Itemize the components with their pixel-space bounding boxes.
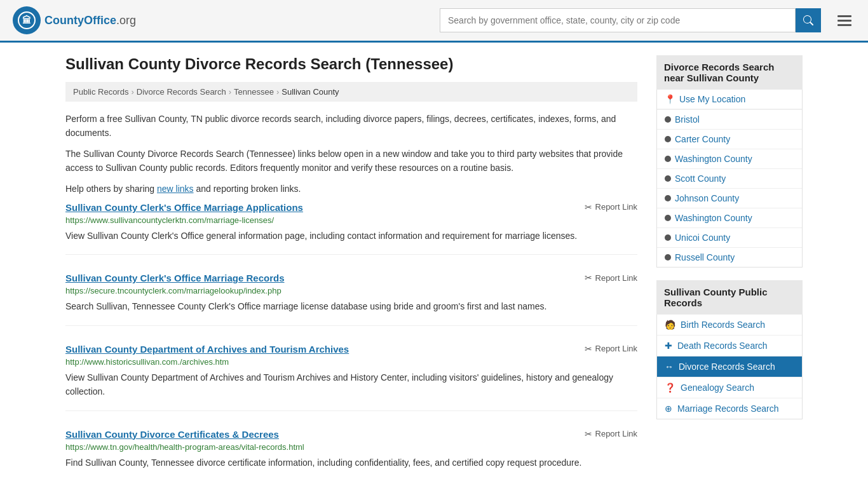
public-records-list: 🧑 Birth Records Search ✚ Death Records S… bbox=[656, 315, 803, 419]
arrows-icon: ↔ bbox=[665, 362, 674, 372]
nearby-item[interactable]: Unicoi County bbox=[657, 228, 802, 248]
nearby-label: Russell County bbox=[675, 252, 735, 262]
nearby-link-scott[interactable]: Scott County bbox=[657, 169, 802, 188]
results-list: Sullivan County Clerk's Office Marriage … bbox=[65, 202, 637, 481]
death-records-link[interactable]: ✚ Death Records Search bbox=[657, 336, 802, 356]
nearby-link-washington2[interactable]: Washington County bbox=[657, 208, 802, 227]
search-input[interactable] bbox=[440, 8, 796, 32]
genealogy-label: Genealogy Search bbox=[681, 383, 754, 393]
question-icon: ❓ bbox=[665, 383, 675, 393]
breadcrumb-tennessee[interactable]: Tennessee bbox=[234, 87, 274, 97]
site-header: 🏛 CountyOffice.org bbox=[0, 0, 868, 43]
breadcrumb: Public Records › Divorce Records Search … bbox=[65, 82, 637, 102]
nearby-label: Scott County bbox=[675, 173, 726, 184]
result-url[interactable]: https://www.sullivancountyclerktn.com/ma… bbox=[65, 215, 637, 225]
nearby-item[interactable]: Washington County bbox=[657, 149, 802, 169]
site-logo[interactable]: 🏛 CountyOffice.org bbox=[13, 6, 136, 34]
location-dot-icon bbox=[665, 136, 671, 142]
search-icon bbox=[803, 15, 813, 25]
menu-bar bbox=[837, 20, 851, 22]
cross-icon: ✚ bbox=[665, 341, 672, 351]
person-icon: 🧑 bbox=[665, 320, 675, 330]
nearby-label: Johnson County bbox=[675, 193, 739, 203]
location-dot-icon bbox=[665, 175, 671, 182]
main-content: Sullivan County Divorce Records Search (… bbox=[65, 55, 637, 488]
nearby-item[interactable]: Washington County bbox=[657, 208, 802, 228]
report-label: Report Link bbox=[595, 273, 637, 283]
result-item: Sullivan County Department of Archives a… bbox=[65, 344, 637, 411]
nearby-item[interactable]: Russell County bbox=[657, 248, 802, 267]
nearby-label: Unicoi County bbox=[675, 233, 730, 243]
sidebar-nearby-section: Divorce Records Search near Sullivan Cou… bbox=[656, 55, 803, 268]
new-links-link[interactable]: new links bbox=[157, 184, 194, 194]
marriage-records-label: Marriage Records Search bbox=[677, 403, 779, 414]
result-title[interactable]: Sullivan County Clerk's Office Marriage … bbox=[65, 202, 303, 213]
report-link-button[interactable]: ✂ Report Link bbox=[585, 344, 637, 354]
nearby-label: Bristol bbox=[675, 114, 700, 125]
result-title[interactable]: Sullivan County Department of Archives a… bbox=[65, 344, 349, 355]
location-dot-icon bbox=[665, 254, 671, 261]
result-url[interactable]: http://www.historicsullivan.com./archive… bbox=[65, 357, 637, 367]
genealogy-link[interactable]: ❓ Genealogy Search bbox=[657, 377, 802, 398]
list-item-genealogy[interactable]: ❓ Genealogy Search bbox=[657, 377, 802, 398]
breadcrumb-sep: › bbox=[229, 87, 231, 97]
use-location-item[interactable]: 📍 Use My Location bbox=[657, 90, 802, 110]
report-link-button[interactable]: ✂ Report Link bbox=[585, 202, 637, 212]
result-desc: View Sullivan County Department of Archi… bbox=[65, 370, 637, 399]
nearby-link-johnson[interactable]: Johnson County bbox=[657, 189, 802, 208]
report-icon: ✂ bbox=[585, 429, 592, 439]
result-title[interactable]: Sullivan County Clerk's Office Marriage … bbox=[65, 273, 285, 283]
list-item-divorce[interactable]: ↔ Divorce Records Search bbox=[657, 356, 802, 377]
nearby-list: 📍 Use My Location Bristol Carter County bbox=[656, 90, 803, 268]
location-pin-icon: 📍 bbox=[665, 94, 675, 104]
nearby-link-washington1[interactable]: Washington County bbox=[657, 149, 802, 168]
breadcrumb-public-records[interactable]: Public Records bbox=[73, 87, 128, 97]
location-dot-icon bbox=[665, 215, 671, 221]
list-item-marriage[interactable]: ⊕ Marriage Records Search bbox=[657, 398, 802, 419]
result-desc: Find Sullivan County, Tennessee divorce … bbox=[65, 456, 637, 470]
breadcrumb-sep: › bbox=[276, 87, 279, 97]
result-title[interactable]: Sullivan County Divorce Certificates & D… bbox=[65, 429, 279, 440]
divorce-records-label: Divorce Records Search bbox=[679, 362, 775, 372]
list-item-birth[interactable]: 🧑 Birth Records Search bbox=[657, 315, 802, 336]
result-header: Sullivan County Clerk's Office Marriage … bbox=[65, 202, 637, 213]
use-location-link[interactable]: 📍 Use My Location bbox=[657, 90, 802, 109]
nearby-label: Washington County bbox=[675, 154, 752, 164]
birth-records-link[interactable]: 🧑 Birth Records Search bbox=[657, 315, 802, 335]
breadcrumb-divorce-records[interactable]: Divorce Records Search bbox=[137, 87, 226, 97]
death-records-label: Death Records Search bbox=[677, 341, 768, 351]
report-icon: ✂ bbox=[585, 273, 592, 283]
result-url[interactable]: https://www.tn.gov/health/health-program… bbox=[65, 442, 637, 452]
location-dot-icon bbox=[665, 195, 671, 201]
nearby-link-unicoi[interactable]: Unicoi County bbox=[657, 228, 802, 247]
nearby-label: Washington County bbox=[675, 213, 752, 223]
result-url[interactable]: https://secure.tncountyclerk.com/marriag… bbox=[65, 286, 637, 295]
nearby-item[interactable]: Scott County bbox=[657, 169, 802, 189]
list-item-death[interactable]: ✚ Death Records Search bbox=[657, 336, 802, 356]
result-header: Sullivan County Divorce Certificates & D… bbox=[65, 429, 637, 440]
nearby-item[interactable]: Carter County bbox=[657, 130, 802, 149]
search-button[interactable] bbox=[796, 8, 821, 32]
report-link-button[interactable]: ✂ Report Link bbox=[585, 429, 637, 439]
report-icon: ✂ bbox=[585, 344, 592, 354]
breadcrumb-current: Sullivan County bbox=[281, 87, 339, 97]
report-link-button[interactable]: ✂ Report Link bbox=[585, 273, 637, 283]
sidebar-nearby-title: Divorce Records Search near Sullivan Cou… bbox=[656, 55, 803, 90]
marriage-records-link[interactable]: ⊕ Marriage Records Search bbox=[657, 398, 802, 419]
report-label: Report Link bbox=[595, 429, 637, 438]
nearby-link-russell[interactable]: Russell County bbox=[657, 248, 802, 267]
nearby-item[interactable]: Johnson County bbox=[657, 189, 802, 208]
divorce-records-link[interactable]: ↔ Divorce Records Search bbox=[657, 356, 802, 377]
nearby-link-carter[interactable]: Carter County bbox=[657, 130, 802, 149]
menu-bar bbox=[837, 24, 851, 26]
result-item: Sullivan County Clerk's Office Marriage … bbox=[65, 273, 637, 325]
result-item: Sullivan County Divorce Certificates & D… bbox=[65, 429, 637, 481]
sidebar-public-records-section: Sullivan County Public Records 🧑 Birth R… bbox=[656, 280, 803, 419]
result-item: Sullivan County Clerk's Office Marriage … bbox=[65, 202, 637, 255]
nearby-link-bristol[interactable]: Bristol bbox=[657, 110, 802, 129]
nearby-item[interactable]: Bristol bbox=[657, 110, 802, 130]
hamburger-menu-button[interactable] bbox=[834, 15, 855, 26]
description-2: The Sullivan County Divorce Records Sear… bbox=[65, 147, 637, 175]
breadcrumb-sep: › bbox=[131, 87, 133, 97]
logo-text: CountyOffice.org bbox=[44, 14, 136, 27]
